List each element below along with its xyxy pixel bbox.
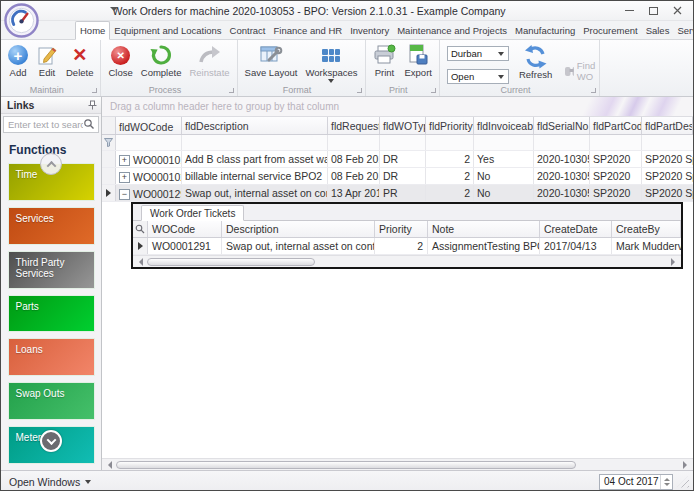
- sidebar-item-services[interactable]: Services: [8, 207, 95, 245]
- column-header-fldserialno[interactable]: fldSerialNo: [534, 117, 590, 134]
- export-button[interactable]: Export: [401, 42, 436, 79]
- maintain-dialog-launcher[interactable]: [92, 88, 97, 93]
- detail-column-note[interactable]: Note: [428, 221, 540, 237]
- sidebar-item-loans[interactable]: Loans: [8, 338, 95, 376]
- column-header-fldpartcode[interactable]: fldPartCode: [590, 117, 642, 134]
- app-logo-icon[interactable]: [4, 3, 39, 38]
- close-window-button[interactable]: [665, 3, 689, 18]
- print-button[interactable]: Print: [369, 42, 401, 79]
- group-by-panel[interactable]: Drag a column header here to group by th…: [102, 97, 693, 117]
- tab-contract[interactable]: Contract: [226, 22, 270, 39]
- column-header-flddescription[interactable]: fldDescription: [182, 117, 328, 134]
- site-selector[interactable]: Durban: [447, 46, 509, 61]
- tab-finance-and-hr[interactable]: Finance and HR: [269, 22, 346, 39]
- minimize-button[interactable]: [617, 3, 641, 18]
- close-wo-button[interactable]: ✕ Close: [104, 42, 136, 79]
- grid-filter-row[interactable]: [102, 135, 693, 151]
- reinstate-button[interactable]: Reinstate: [185, 42, 233, 79]
- detail-search-cell[interactable]: [133, 221, 148, 237]
- sidebar-item-swap-outs[interactable]: Swap Outs: [8, 382, 95, 420]
- detail-column-priority[interactable]: Priority: [375, 221, 428, 237]
- column-header-fldwocode[interactable]: fldWOCode: [116, 117, 182, 134]
- detail-column-wocode[interactable]: WOCode: [148, 221, 222, 237]
- table-row-wo0001014[interactable]: +WO0001014 Add B class part from asset w…: [102, 151, 693, 168]
- spinner-down-icon: [664, 483, 670, 486]
- open-windows-button[interactable]: Open Windows: [9, 476, 91, 488]
- column-header-fldpartdesc[interactable]: fldPartDesc: [642, 117, 693, 134]
- delete-icon: ✕: [72, 46, 87, 64]
- app-window: Work Orders for machine 2020-103053 - BP…: [0, 0, 694, 491]
- grid-horizontal-scrollbar[interactable]: [102, 458, 693, 470]
- sidebar-item-third-party-services[interactable]: Third Party Services: [8, 251, 95, 289]
- current-row-arrow-icon: [138, 242, 143, 250]
- expand-icon[interactable]: +: [119, 172, 130, 183]
- resize-grip[interactable]: [677, 476, 689, 488]
- site-selector-caret-icon[interactable]: [495, 47, 508, 60]
- scroll-right-arrow-icon[interactable]: [683, 461, 687, 469]
- header-indicator-cell: [102, 117, 116, 134]
- grid-empty-area: [102, 269, 693, 458]
- column-header-fldinvoiceable[interactable]: fldInvoiceable: [474, 117, 534, 134]
- tab-inventory[interactable]: Inventory: [346, 22, 393, 39]
- maximize-button[interactable]: [641, 3, 665, 18]
- tab-maintenance-and-projects[interactable]: Maintenance and Projects: [393, 22, 511, 39]
- complete-button[interactable]: Complete: [137, 42, 186, 79]
- tab-manufacturing[interactable]: Manufacturing: [511, 22, 579, 39]
- delete-button[interactable]: ✕ Delete: [62, 42, 97, 79]
- detail-column-createby[interactable]: CreateBy: [612, 221, 681, 237]
- collapse-icon[interactable]: −: [119, 189, 130, 200]
- column-header-fldpriority[interactable]: fldPriority: [426, 117, 474, 134]
- grid-header-row: fldWOCode fldDescription fldRequestDate …: [102, 117, 693, 135]
- format-dialog-launcher[interactable]: [357, 88, 362, 93]
- state-selector-caret-icon[interactable]: [495, 70, 508, 83]
- detail-row-wo0001291[interactable]: WO0001291 Swap out, internal asset on co…: [133, 238, 681, 255]
- scroll-left-arrow-icon[interactable]: [139, 258, 143, 266]
- tab-work-order-tickets[interactable]: Work Order Tickets: [141, 205, 244, 221]
- ribbon-tab-strip: Home Equipment and Locations Contract Fi…: [1, 21, 693, 40]
- filter-indicator-cell: [102, 135, 116, 150]
- sidebar-item-parts[interactable]: Parts: [8, 295, 95, 333]
- sidebar-search-input[interactable]: [4, 119, 83, 130]
- work-orders-grid-panel: Drag a column header here to group by th…: [102, 97, 693, 470]
- process-dialog-launcher[interactable]: [229, 88, 234, 93]
- detail-horizontal-scrollbar[interactable]: [133, 255, 681, 267]
- status-bar: Open Windows 04 Oct 2017: [1, 470, 693, 491]
- save-layout-button[interactable]: Save Layout: [241, 42, 302, 79]
- quick-access-caret-icon[interactable]: [110, 7, 118, 11]
- refresh-button[interactable]: Refresh: [515, 44, 556, 81]
- save-layout-icon: [259, 44, 283, 66]
- state-selector[interactable]: Open: [447, 69, 509, 84]
- search-icon[interactable]: [83, 118, 95, 130]
- detail-scrollbar-thumb[interactable]: [147, 258, 315, 266]
- export-icon: [406, 44, 430, 66]
- current-dialog-launcher[interactable]: [591, 88, 596, 93]
- table-row-wo0001028[interactable]: +WO0001028 billable internal service BPO…: [102, 168, 693, 185]
- detail-column-description[interactable]: Description: [222, 221, 375, 237]
- scroll-right-arrow-icon[interactable]: [671, 258, 675, 266]
- pin-icon[interactable]: [88, 100, 97, 110]
- scroll-down-button[interactable]: [40, 430, 62, 452]
- print-dialog-launcher[interactable]: [431, 88, 436, 93]
- table-row-wo0001291-selected[interactable]: −WO0001291 Swap out, internal asset on c…: [102, 185, 693, 202]
- scroll-left-arrow-icon[interactable]: [108, 461, 112, 469]
- grid-scrollbar-thumb[interactable]: [116, 461, 576, 469]
- workspaces-button[interactable]: Workspaces: [301, 42, 361, 84]
- find-wo-button[interactable]: Find WO: [564, 60, 600, 82]
- detail-column-createdate[interactable]: CreateDate: [540, 221, 612, 237]
- tab-procurement[interactable]: Procurement: [579, 22, 641, 39]
- add-button[interactable]: + Add: [4, 42, 32, 79]
- tab-home[interactable]: Home: [75, 21, 110, 40]
- expand-icon[interactable]: +: [119, 155, 130, 166]
- column-header-fldrequestdate[interactable]: fldRequestDate: [328, 117, 380, 134]
- date-picker[interactable]: 04 Oct 2017: [599, 474, 673, 490]
- tab-equipment-and-locations[interactable]: Equipment and Locations: [110, 22, 225, 39]
- date-spinner[interactable]: [660, 475, 672, 489]
- work-order-tickets-detail-panel: Work Order Tickets WOCode Description Pr…: [131, 202, 683, 269]
- scroll-up-button[interactable]: [40, 153, 62, 175]
- ribbon-group-print: Print Export Print: [366, 40, 440, 96]
- tab-sales[interactable]: Sales: [642, 22, 674, 39]
- edit-button[interactable]: Edit: [32, 42, 62, 79]
- ribbon-group-maintain: + Add Edit ✕ Delete Maintain: [1, 40, 101, 96]
- column-header-fldwotype[interactable]: fldWOType: [380, 117, 426, 134]
- tab-service[interactable]: Service: [673, 22, 694, 39]
